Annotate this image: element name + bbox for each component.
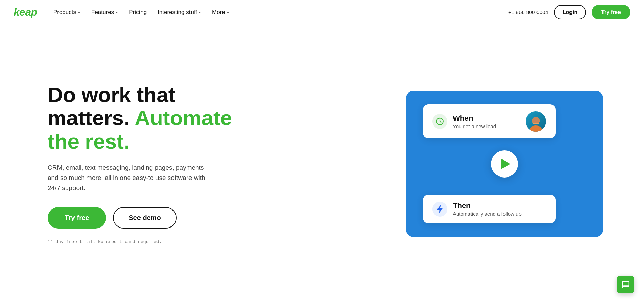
nav-more[interactable]: More bbox=[208, 6, 233, 18]
nav-right: +1 866 800 0004 Login Try free bbox=[508, 5, 630, 19]
when-title: When bbox=[453, 114, 496, 123]
when-subtitle: You get a new lead bbox=[453, 123, 496, 129]
then-subtitle: Automatically send a follow up bbox=[453, 211, 522, 217]
nav-pricing[interactable]: Pricing bbox=[125, 6, 151, 18]
hero-section: Do work that matters. Automate the rest.… bbox=[0, 24, 644, 303]
hero-illustration: When You get a new lead bbox=[406, 91, 603, 237]
nav-links: Products Features Pricing Interesting st… bbox=[49, 6, 508, 18]
try-free-nav-button[interactable]: Try free bbox=[592, 5, 630, 19]
then-card: Then Automatically send a follow up bbox=[423, 195, 556, 223]
nav-interesting-stuff[interactable]: Interesting stuff bbox=[153, 6, 205, 18]
then-card-text: Then Automatically send a follow up bbox=[453, 201, 522, 217]
chevron-down-icon bbox=[227, 12, 229, 13]
try-free-hero-button[interactable]: Try free bbox=[48, 207, 106, 229]
hero-subtext: CRM, email, text messaging, landing page… bbox=[48, 163, 214, 193]
chat-widget[interactable] bbox=[617, 276, 634, 293]
hero-left: Do work that matters. Automate the rest.… bbox=[48, 83, 238, 245]
hero-headline: Do work that matters. Automate the rest. bbox=[48, 83, 238, 153]
play-button[interactable] bbox=[491, 150, 518, 178]
hero-buttons: Try free See demo bbox=[48, 207, 238, 229]
play-icon bbox=[501, 158, 510, 169]
chevron-down-icon bbox=[198, 12, 201, 13]
trial-note: 14-day free trial. No credit card requir… bbox=[48, 239, 238, 245]
chevron-down-icon bbox=[78, 12, 80, 13]
then-icon bbox=[432, 202, 447, 217]
navbar: keap Products Features Pricing Interesti… bbox=[0, 0, 644, 24]
chevron-down-icon bbox=[115, 12, 118, 13]
when-icon bbox=[432, 114, 447, 129]
avatar bbox=[526, 111, 546, 132]
phone-number: +1 866 800 0004 bbox=[508, 9, 548, 15]
when-card-text: When You get a new lead bbox=[453, 114, 496, 129]
login-button[interactable]: Login bbox=[554, 5, 587, 19]
nav-products[interactable]: Products bbox=[49, 6, 84, 18]
nav-features[interactable]: Features bbox=[87, 6, 122, 18]
when-card: When You get a new lead bbox=[423, 104, 556, 138]
logo[interactable]: keap bbox=[14, 6, 37, 18]
chat-icon bbox=[621, 280, 630, 289]
then-title: Then bbox=[453, 201, 522, 210]
svg-point-2 bbox=[530, 125, 542, 132]
see-demo-button[interactable]: See demo bbox=[113, 207, 176, 229]
